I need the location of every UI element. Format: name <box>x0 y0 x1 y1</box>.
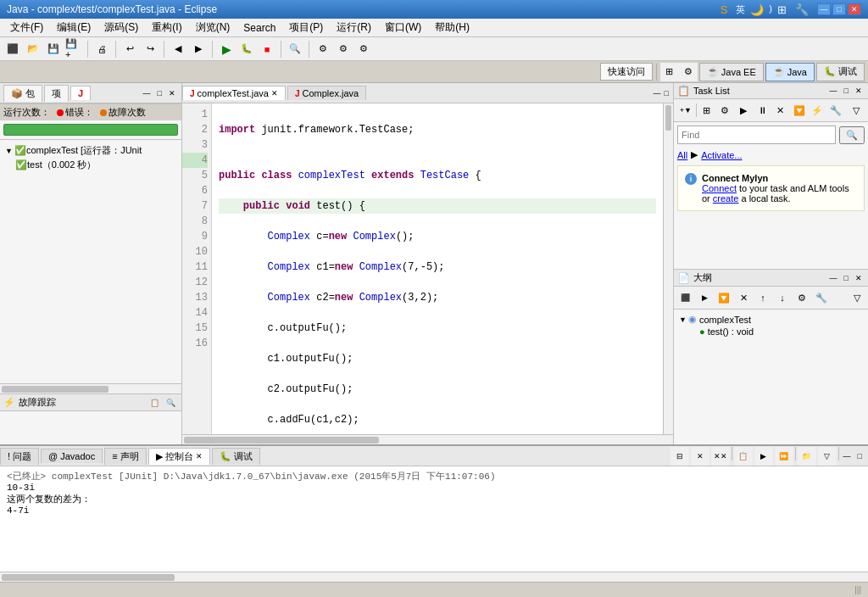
persp-icon-2[interactable]: ⚙ <box>679 63 698 81</box>
console-btn-more[interactable]: ▽ <box>818 447 837 466</box>
tab-problems[interactable]: ! 问题 <box>0 448 39 465</box>
next-button[interactable]: ▶ <box>189 40 208 59</box>
console-content[interactable]: <已终止> complexTest [JUnit] D:\Java\jdk1.7… <box>0 466 868 572</box>
task-list-maximize[interactable]: □ <box>842 86 851 96</box>
extra-2[interactable]: ⚙ <box>334 40 353 59</box>
stop-button[interactable]: ■ <box>258 40 276 59</box>
close-button[interactable]: ✕ <box>848 3 861 15</box>
outline-btn-8[interactable]: 🔧 <box>812 288 831 307</box>
tab-javadoc[interactable]: @ Javadoc <box>41 449 103 463</box>
failure-trace-filter[interactable]: 🔍 <box>164 398 178 408</box>
code-content[interactable]: import junit.framework.TestCase; public … <box>212 103 663 434</box>
junit-suite-node[interactable]: ▼ ✅ complexTest [运行器：JUnit <box>3 143 178 158</box>
task-btn-4[interactable]: ⏸ <box>754 101 771 120</box>
save-all-button[interactable]: 💾+ <box>64 40 83 59</box>
redo-button[interactable]: ↪ <box>141 40 159 59</box>
tab-debug-bottom[interactable]: 🐛 调试 <box>212 448 260 465</box>
code-editor[interactable]: 1 2 3 4 5 6 7 8 9 10 11 12 13 14 15 16 i… <box>182 103 673 434</box>
task-list-minimize[interactable]: — <box>827 86 840 96</box>
search-open-button[interactable]: 🔍 <box>286 40 304 59</box>
menu-project[interactable]: 项目(P) <box>282 19 330 36</box>
editor-maximize[interactable]: □ <box>664 88 670 98</box>
editor-scrollbar-h[interactable] <box>182 434 673 444</box>
editor-tab-complextest[interactable]: J complexTest.java ✕ <box>182 86 286 100</box>
tab-declaration[interactable]: ≡ 声明 <box>104 448 146 465</box>
persp-debug[interactable]: 🐛 调试 <box>816 63 865 81</box>
task-btn-5[interactable]: ✕ <box>772 101 789 120</box>
print-button[interactable]: 🖨 <box>92 40 111 59</box>
persp-icon-1[interactable]: ⊞ <box>660 63 679 81</box>
menu-window[interactable]: 窗口(W) <box>378 19 428 36</box>
console-scrollbar-h[interactable] <box>0 572 868 582</box>
console-btn-7[interactable]: 📁 <box>798 447 816 466</box>
outline-close[interactable]: ✕ <box>853 273 865 283</box>
connect-mylyn-create-link[interactable]: create <box>713 193 739 204</box>
bottom-maximize[interactable]: □ <box>855 447 865 466</box>
menu-run[interactable]: 运行(R) <box>330 19 378 36</box>
console-btn-1[interactable]: ⊟ <box>670 447 689 466</box>
persp-java[interactable]: ☕ Java <box>765 63 815 81</box>
save-button[interactable]: 💾 <box>44 40 63 59</box>
extra-1[interactable]: ⚙ <box>314 40 332 59</box>
new-button[interactable]: ⬛ <box>3 40 22 59</box>
menu-navigate[interactable]: 浏览(N) <box>189 19 237 36</box>
task-filter-all[interactable]: All <box>677 150 687 160</box>
task-list-close[interactable]: ✕ <box>853 86 865 96</box>
outline-method-node[interactable]: ● test() : void <box>677 326 865 338</box>
bottom-minimize[interactable]: — <box>841 447 854 466</box>
console-scroll-thumb[interactable] <box>2 574 175 581</box>
run-button[interactable]: ▶ <box>217 40 236 59</box>
menu-file[interactable]: 文件(F) <box>3 19 50 36</box>
outline-btn-more[interactable]: ▽ <box>848 288 866 307</box>
complextest-tab-close[interactable]: ✕ <box>271 89 278 98</box>
outline-btn-3[interactable]: 🔽 <box>715 288 733 307</box>
tab-junit[interactable]: J <box>70 86 91 100</box>
task-btn-2[interactable]: ⚙ <box>717 101 734 120</box>
minimize-button[interactable]: — <box>817 3 831 15</box>
debug-button[interactable]: 🐛 <box>237 40 256 59</box>
tab-console[interactable]: ▶ 控制台 ✕ <box>148 448 210 465</box>
menu-refactor[interactable]: 重构(I) <box>145 19 188 36</box>
left-scroll-thumb[interactable] <box>2 386 108 393</box>
outline-btn-7[interactable]: ⚙ <box>793 288 811 307</box>
maximize-button[interactable]: □ <box>832 3 846 15</box>
menu-help[interactable]: 帮助(H) <box>428 19 476 36</box>
menu-source[interactable]: 源码(S) <box>97 19 145 36</box>
outline-btn-5[interactable]: ↑ <box>754 288 772 307</box>
outline-btn-4[interactable]: ✕ <box>734 288 753 307</box>
outline-class-node[interactable]: ▼ ◉ complexTest <box>677 313 865 326</box>
editor-scrollbar-v[interactable] <box>663 103 673 434</box>
task-new-button[interactable]: +▼ <box>677 101 694 120</box>
left-close-button[interactable]: ✕ <box>166 88 178 98</box>
connect-mylyn-connect-link[interactable]: Connect <box>702 183 737 193</box>
editor-tab-complex[interactable]: J Complex.java <box>287 86 366 100</box>
console-btn-5[interactable]: ▶ <box>754 447 773 466</box>
task-activate-button[interactable]: Activate... <box>701 150 742 160</box>
open-button[interactable]: 📂 <box>24 40 42 59</box>
persp-javaee[interactable]: ☕ Java EE <box>699 63 764 81</box>
menu-search[interactable]: Search <box>236 20 282 36</box>
task-search-button[interactable]: 🔍 <box>839 126 865 144</box>
quickaccess-button[interactable]: 快速访问 <box>600 63 653 81</box>
editor-scroll-thumb-v[interactable] <box>665 105 671 131</box>
tab-project-explorer[interactable]: 项 <box>44 85 69 102</box>
outline-btn-6[interactable]: ↓ <box>773 288 792 307</box>
task-btn-3[interactable]: ▶ <box>735 101 752 120</box>
left-minimize-button[interactable]: — <box>141 88 153 98</box>
console-close[interactable]: ✕ <box>196 452 203 460</box>
console-btn-2[interactable]: ✕ <box>691 447 709 466</box>
outline-minimize[interactable]: — <box>827 273 840 283</box>
left-maximize-button[interactable]: □ <box>155 88 164 98</box>
outline-btn-1[interactable]: ⬛ <box>676 288 694 307</box>
task-btn-7[interactable]: ⚡ <box>810 101 826 120</box>
prev-button[interactable]: ◀ <box>169 40 187 59</box>
task-btn-6[interactable]: 🔽 <box>791 101 808 120</box>
console-btn-3[interactable]: ✕✕ <box>711 447 730 466</box>
junit-method-node[interactable]: ✅ test（0.002 秒） <box>3 158 178 172</box>
failure-trace-copy[interactable]: 📋 <box>147 398 162 408</box>
menu-edit[interactable]: 编辑(E) <box>50 19 97 36</box>
editor-minimize[interactable]: — <box>653 88 662 98</box>
left-scrollbar-h[interactable] <box>0 383 181 393</box>
undo-button[interactable]: ↩ <box>120 40 139 59</box>
console-btn-4[interactable]: 📋 <box>734 447 753 466</box>
